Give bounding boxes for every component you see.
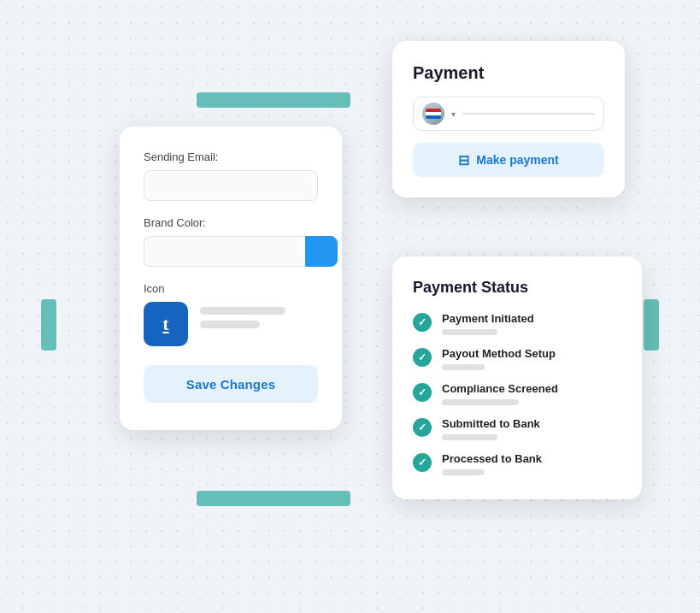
status-title: Payment Status: [413, 279, 621, 297]
status-text-1: Payment Initiated: [442, 312, 534, 335]
status-sub-4: [442, 434, 497, 440]
status-sub-1: [442, 329, 497, 335]
payment-status-card: Payment Status ✓ Payment Initiated ✓ Pay…: [392, 256, 642, 499]
icon-section: t: [144, 302, 318, 346]
status-label-4: Submitted to Bank: [442, 417, 540, 430]
payment-icon: ⊟: [458, 152, 469, 168]
icon-text-lines: [200, 307, 285, 328]
status-item-1: ✓ Payment Initiated: [413, 312, 621, 335]
brand-color-row: [144, 236, 318, 267]
make-payment-button[interactable]: ⊟ Make payment: [413, 143, 604, 177]
checkmark-3: ✓: [418, 386, 426, 398]
status-label-5: Processed to Bank: [442, 452, 542, 465]
checkmark-4: ✓: [418, 421, 426, 433]
status-item-2: ✓ Payout Method Setup: [413, 347, 621, 370]
chevron-down-icon[interactable]: ▾: [451, 109, 456, 119]
status-text-3: Compliance Screened: [442, 382, 558, 405]
brand-color-label: Brand Color:: [144, 216, 318, 229]
settings-card: Sending Email: Brand Color: Icon t Save …: [120, 127, 342, 430]
status-text-5: Processed to Bank: [442, 452, 542, 475]
status-item-4: ✓ Submitted to Bank: [413, 417, 621, 440]
icon-line-1: [200, 307, 285, 315]
sending-email-input[interactable]: [144, 170, 318, 201]
icon-label: Icon: [144, 282, 318, 295]
payment-input-line: [462, 113, 595, 115]
flag-icon: [422, 103, 444, 125]
icon-letter: t: [162, 313, 168, 335]
check-icon-4: ✓: [413, 418, 432, 437]
status-label-1: Payment Initiated: [442, 312, 534, 325]
color-swatch[interactable]: [305, 236, 338, 267]
save-changes-button[interactable]: Save Changes: [144, 365, 318, 403]
payment-title: Payment: [413, 63, 604, 83]
status-item-3: ✓ Compliance Screened: [413, 382, 621, 405]
payment-input-row: ▾: [413, 97, 604, 131]
icon-box: t: [144, 302, 188, 346]
status-sub-5: [442, 469, 485, 475]
status-item-5: ✓ Processed to Bank: [413, 452, 621, 475]
check-icon-1: ✓: [413, 313, 432, 332]
flag-stripe-blue: [426, 115, 441, 119]
brand-color-input[interactable]: [144, 236, 305, 267]
flag-inner: [426, 109, 441, 119]
checkmark-1: ✓: [418, 316, 426, 328]
checkmark-5: ✓: [418, 457, 426, 469]
sending-email-label: Sending Email:: [144, 150, 318, 163]
check-icon-2: ✓: [413, 348, 432, 367]
payment-card: Payment ▾ ⊟ Make payment: [392, 41, 625, 197]
status-sub-2: [442, 364, 485, 370]
status-label-2: Payout Method Setup: [442, 347, 556, 360]
make-payment-label: Make payment: [476, 153, 558, 167]
icon-line-2: [200, 321, 260, 328]
status-text-4: Submitted to Bank: [442, 417, 540, 440]
scene: Sending Email: Brand Color: Icon t Save …: [0, 0, 700, 613]
checkmark-2: ✓: [418, 351, 426, 363]
status-text-2: Payout Method Setup: [442, 347, 556, 370]
check-icon-5: ✓: [413, 453, 432, 472]
check-icon-3: ✓: [413, 383, 432, 402]
status-sub-3: [442, 399, 519, 405]
status-label-3: Compliance Screened: [442, 382, 558, 395]
